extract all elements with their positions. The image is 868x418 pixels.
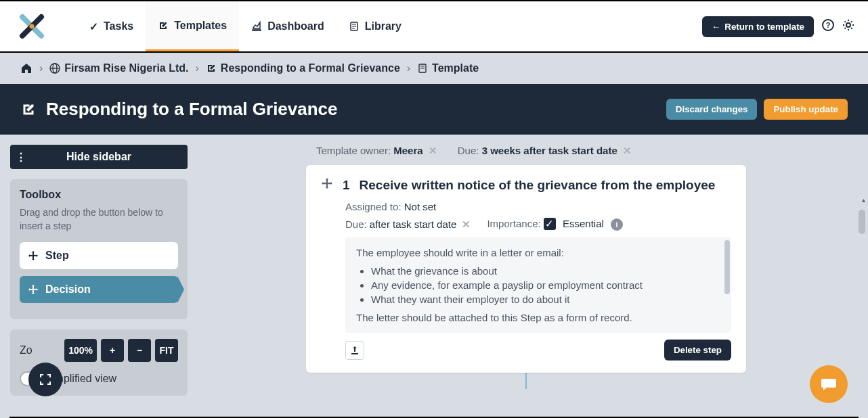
app-logo[interactable] xyxy=(14,8,50,45)
insert-step-button[interactable]: Step xyxy=(20,242,178,269)
zoom-out-button[interactable]: − xyxy=(128,339,151,362)
button-label: Delete step xyxy=(674,345,722,355)
page-title: Responding to a Formal Grievance xyxy=(46,99,338,120)
step-card: 1 Receive written notice of the grievanc… xyxy=(306,165,746,373)
step-due: Due: after task start date ✕ xyxy=(345,218,471,231)
help-icon[interactable]: ? xyxy=(822,19,834,34)
top-nav-right: ← Return to template ? xyxy=(702,16,854,37)
hide-sidebar-button[interactable]: ⋮ Hide sidebar xyxy=(10,145,188,169)
insert-decision-button[interactable]: Decision xyxy=(20,276,178,303)
return-to-template-button[interactable]: ← Return to template xyxy=(702,16,814,37)
button-label: Step xyxy=(45,250,69,262)
breadcrumb-separator: › xyxy=(196,62,199,74)
document-icon xyxy=(417,63,428,74)
nav-tab-label: Library xyxy=(365,20,402,32)
top-nav: ✓ Tasks Templates Dashboard Library ← Re… xyxy=(0,1,868,51)
main-area: ⋮ Hide sidebar Toolbox Drag and drop the… xyxy=(0,135,868,416)
title-bar-left: Responding to a Formal Grievance xyxy=(20,99,338,120)
step-due-value[interactable]: after task start date xyxy=(370,218,456,230)
nav-tab-templates[interactable]: Templates xyxy=(146,1,239,51)
delete-step-button[interactable]: Delete step xyxy=(664,340,731,361)
zoom-fit-button[interactable]: FIT xyxy=(155,339,178,362)
nav-tab-library[interactable]: Library xyxy=(337,1,414,51)
breadcrumb-home[interactable] xyxy=(20,62,32,74)
clear-owner-icon[interactable]: ✕ xyxy=(429,145,437,156)
info-icon[interactable]: i xyxy=(611,218,623,231)
toolbox-panel: Toolbox Drag and drop the button below t… xyxy=(10,179,188,319)
step-header: 1 Receive written notice of the grievanc… xyxy=(321,177,731,193)
meta-value[interactable]: 3 weeks after task start date xyxy=(482,145,617,156)
inner-scrollbar[interactable] xyxy=(724,240,730,294)
template-meta-row: Template owner: Meera ✕ Due: 3 weeks aft… xyxy=(306,145,858,165)
list-item: What they want their employer to do abou… xyxy=(371,294,720,305)
home-icon xyxy=(20,62,32,74)
zoom-percent[interactable]: 100% xyxy=(64,339,97,362)
nav-tab-label: Tasks xyxy=(104,20,133,32)
nav-tab-dashboard[interactable]: Dashboard xyxy=(239,1,337,51)
check-icon: ✓ xyxy=(89,20,98,33)
meta-label: Assigned to: xyxy=(345,201,402,212)
step-assigned-row: Assigned to: Not set xyxy=(345,201,731,212)
breadcrumb-template[interactable]: Responding to a Formal Grievance xyxy=(206,62,400,74)
external-icon xyxy=(20,101,37,118)
breadcrumb-separator: › xyxy=(407,62,410,74)
scroll-up-icon[interactable]: ▴ xyxy=(862,196,865,204)
arrow-left-icon: ← xyxy=(712,22,720,32)
button-label: Discard changes xyxy=(676,104,748,114)
zoom-label: Zo xyxy=(20,344,32,356)
nav-tabs: ✓ Tasks Templates Dashboard Library xyxy=(77,1,414,51)
zoom-controls: Zo 100% + − FIT xyxy=(20,339,178,362)
clear-step-due-icon[interactable]: ✕ xyxy=(462,218,471,230)
top-nav-left: ✓ Tasks Templates Dashboard Library xyxy=(14,1,414,51)
step-importance-value: Essential xyxy=(563,218,604,229)
list-item: What the grievance is about xyxy=(371,265,720,277)
breadcrumb-label: Responding to a Formal Grievance xyxy=(221,62,400,74)
meta-label: Importance: xyxy=(487,218,540,229)
page-scrollbar[interactable] xyxy=(859,210,865,234)
chat-widget-button[interactable] xyxy=(810,365,848,403)
upload-attachment-button[interactable] xyxy=(345,341,364,360)
chart-icon xyxy=(251,21,262,32)
globe-icon xyxy=(49,63,60,74)
meta-value[interactable]: Meera xyxy=(393,145,422,156)
step-connector xyxy=(525,373,527,389)
toolbox-description: Drag and drop the button below to insert… xyxy=(20,206,178,233)
breadcrumb-separator: › xyxy=(39,62,43,74)
step-due-importance-row: Due: after task start date ✕ Importance:… xyxy=(345,218,731,231)
body-bullets: What the grievance is about Any evidence… xyxy=(371,265,720,305)
plus-icon: + xyxy=(110,345,115,356)
discard-changes-button[interactable]: Discard changes xyxy=(666,99,758,120)
nav-tab-tasks[interactable]: ✓ Tasks xyxy=(77,1,146,51)
step-assigned-value[interactable]: Not set xyxy=(404,201,437,212)
gear-icon[interactable] xyxy=(842,19,854,34)
drag-handle-icon[interactable] xyxy=(321,177,333,193)
essential-checkbox[interactable]: ✓ xyxy=(544,218,556,230)
chat-icon xyxy=(820,375,838,393)
meta-label: Due: xyxy=(458,145,479,156)
button-label: Decision xyxy=(45,283,91,296)
external-icon xyxy=(158,20,169,31)
nav-tab-label: Templates xyxy=(174,20,227,32)
move-icon xyxy=(28,284,39,295)
upload-icon xyxy=(349,345,360,356)
breadcrumb-org[interactable]: Firsam Rise Nigeria Ltd. xyxy=(49,62,188,74)
step-body-editor[interactable]: The employee should write in a letter or… xyxy=(345,237,731,333)
list-item: Any evidence, for example a payslip or e… xyxy=(371,279,720,291)
breadcrumb-page[interactable]: Template xyxy=(417,62,479,74)
fullscreen-icon xyxy=(38,372,53,387)
template-owner: Template owner: Meera ✕ xyxy=(316,145,437,157)
button-label: Return to template xyxy=(724,22,804,32)
zoom-in-button[interactable]: + xyxy=(101,339,124,362)
template-due: Due: 3 weeks after task start date ✕ xyxy=(458,145,632,157)
clear-due-icon[interactable]: ✕ xyxy=(623,145,632,156)
publish-update-button[interactable]: Publish update xyxy=(764,99,848,120)
zoom-value: 100% xyxy=(68,345,93,356)
step-number: 1 xyxy=(343,178,350,193)
title-bar: Responding to a Formal Grievance Discard… xyxy=(0,84,868,135)
meta-label: Due: xyxy=(345,218,367,230)
breadcrumb-label: Template xyxy=(432,62,479,74)
step-title[interactable]: Receive written notice of the grievance … xyxy=(360,178,716,193)
step-importance: Importance: ✓ Essential i xyxy=(487,218,623,231)
fullscreen-button[interactable] xyxy=(28,363,62,396)
step-footer: Delete step xyxy=(345,340,731,361)
